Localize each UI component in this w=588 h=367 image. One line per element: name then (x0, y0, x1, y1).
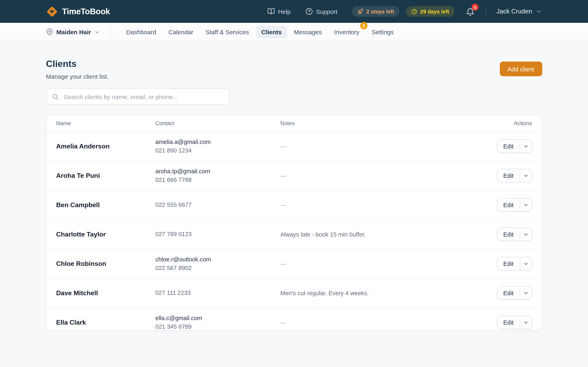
edit-button-label: Edit (503, 202, 513, 208)
edit-button[interactable]: Edit (497, 140, 520, 152)
main-content: Clients Manage your client list. Add cli… (0, 42, 588, 331)
edit-menu-button[interactable] (520, 140, 531, 152)
client-name: Amelia Anderson (56, 142, 155, 150)
edit-menu-button[interactable] (520, 316, 531, 329)
nav-item-label: Inventory (334, 29, 359, 35)
question-circle-icon (305, 8, 312, 15)
search-input[interactable] (46, 89, 230, 105)
edit-split-button: Edit (497, 140, 532, 153)
tab-staff-services[interactable]: Staff & Services (200, 26, 254, 38)
edit-menu-button[interactable] (520, 169, 531, 182)
row-actions: Edit (497, 140, 532, 153)
page-subtitle: Manage your client list. (46, 73, 109, 80)
row-actions: Edit (497, 198, 532, 212)
edit-button[interactable]: Edit (497, 316, 520, 329)
row-actions: Edit (497, 316, 532, 329)
trial-days-badge[interactable]: 29 days left (406, 6, 454, 17)
row-actions: Edit (497, 257, 532, 270)
tab-settings[interactable]: Settings (366, 26, 399, 38)
clock-icon (411, 8, 417, 15)
setup-steps-badge[interactable]: 2 steps left (352, 6, 399, 17)
chevron-down-icon (536, 8, 542, 15)
column-header-name: Name (56, 120, 155, 126)
client-name: Ben Campbell (56, 201, 155, 209)
tab-inventory[interactable]: Inventory 2 (329, 26, 364, 38)
client-name: Dave Mitchell (56, 289, 155, 297)
client-notes: — (280, 319, 479, 325)
tab-clients[interactable]: Clients (256, 26, 287, 38)
brand: TimeToBook (46, 6, 110, 17)
support-link[interactable]: Support (305, 8, 337, 15)
topbar-right: Help Support 2 steps left 29 days left 5… (268, 6, 542, 17)
notification-count-badge: 5 (472, 4, 479, 11)
nav-items: Dashboard Calendar Staff & Services Clie… (121, 26, 399, 38)
edit-button-label: Edit (503, 319, 513, 325)
client-contact: amelia.a@gmail.com 021 890 1234 (155, 138, 280, 155)
edit-button[interactable]: Edit (497, 169, 520, 182)
row-actions: Edit (497, 286, 532, 300)
table-row: Charlotte Taylor 027 789 0123 Always lat… (46, 220, 542, 249)
edit-menu-button[interactable] (520, 199, 531, 211)
table-row: Ella Clark ella.c@gmail.com 021 345 6789… (46, 308, 542, 331)
clients-table-body: Amelia Anderson amelia.a@gmail.com 021 8… (46, 132, 542, 331)
location-switcher[interactable]: Maiden Hair (46, 29, 100, 35)
help-label: Help (278, 8, 291, 15)
edit-button[interactable]: Edit (497, 228, 520, 241)
column-header-actions: Actions (514, 120, 532, 126)
client-phone: 021 345 6789 (155, 322, 280, 331)
chevron-down-icon (523, 231, 528, 237)
edit-split-button: Edit (497, 286, 532, 300)
nav-item-label: Settings (372, 29, 394, 35)
tab-calendar[interactable]: Calendar (163, 26, 199, 38)
table-row: Dave Mitchell 027 111 2233 Men's cut reg… (46, 278, 542, 308)
rocket-icon (357, 8, 363, 15)
edit-button[interactable]: Edit (497, 199, 520, 211)
nav-item-label: Dashboard (126, 29, 156, 35)
nav-item-label: Staff & Services (206, 29, 249, 35)
help-link[interactable]: Help (268, 8, 291, 15)
edit-button-label: Edit (503, 172, 513, 179)
table-header-row: Name Contact Notes Actions (46, 115, 542, 132)
chevron-down-icon (523, 173, 528, 178)
client-contact: 022 555 6677 (155, 201, 280, 209)
edit-menu-button[interactable] (520, 257, 531, 270)
edit-split-button: Edit (497, 198, 532, 212)
client-notes: — (280, 202, 479, 208)
brand-logo-icon (46, 6, 58, 17)
edit-button[interactable]: Edit (497, 287, 520, 299)
nav-item-label: Calendar (168, 29, 193, 35)
user-menu[interactable]: Jack Cruden (497, 8, 542, 15)
edit-menu-button[interactable] (520, 287, 531, 299)
app-window: TimeToBook Help Support 2 steps left 29 … (0, 0, 588, 367)
tab-messages[interactable]: Messages (289, 26, 327, 38)
client-phone: 022 567 8902 (155, 264, 280, 272)
nav-item-label: Messages (294, 29, 322, 35)
add-client-button[interactable]: Add client (500, 62, 542, 76)
page-head: Clients Manage your client list. Add cli… (46, 59, 542, 80)
tab-dashboard[interactable]: Dashboard (121, 26, 162, 38)
notifications-button[interactable]: 5 (466, 7, 475, 16)
edit-split-button: Edit (497, 257, 532, 270)
chevron-down-icon (523, 143, 528, 149)
client-email: chloe.r@outlook.com (155, 255, 280, 264)
client-contact: aroha.tp@gmail.com 021 666 7788 (155, 167, 280, 184)
client-contact: 027 789 0123 (155, 230, 280, 239)
column-header-contact: Contact (155, 120, 280, 126)
edit-split-button: Edit (497, 169, 532, 182)
edit-button[interactable]: Edit (497, 257, 520, 270)
client-name: Ella Clark (56, 319, 155, 326)
client-email: amelia.a@gmail.com (155, 138, 280, 146)
nav-divider (110, 27, 110, 37)
client-phone: 027 111 2233 (155, 289, 280, 297)
edit-menu-button[interactable] (520, 228, 531, 241)
edit-button-label: Edit (503, 290, 513, 296)
steps-badge-label: 2 steps left (366, 8, 394, 15)
page-title: Clients (46, 59, 109, 69)
edit-split-button: Edit (497, 316, 532, 329)
map-pin-icon (46, 29, 53, 35)
main-nav: Maiden Hair Dashboard Calendar Staff & S… (0, 23, 588, 42)
top-header: TimeToBook Help Support 2 steps left 29 … (0, 0, 588, 23)
client-notes: Men's cut regular. Every 4 weeks. (280, 290, 479, 296)
table-row: Chloe Robinson chloe.r@outlook.com 022 5… (46, 249, 542, 278)
client-email: ella.c@gmail.com (155, 314, 280, 322)
